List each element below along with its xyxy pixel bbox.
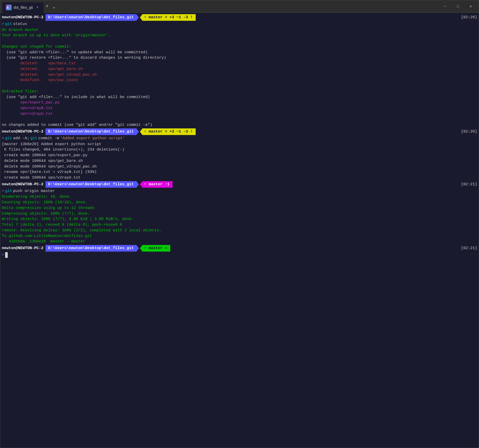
prompt-line-3: newton@NEWTON-PC-2 D:\Users\newton\Deskt…	[2, 181, 477, 188]
out-2-6: create mode 100644 vpn/v2rayU.txt	[2, 175, 477, 181]
out-3-0: Enumerating objects: 10, done.	[2, 194, 477, 200]
posh-icon: A	[6, 5, 12, 10]
cmd-arrow-1: >	[2, 21, 4, 27]
cmd-line-3: > git push origin master	[2, 188, 477, 194]
prompt-path-3: D:\Users\newton\Desktop\dot_files_git	[46, 181, 139, 188]
prompt-user-4: newton@NEWTON-PC-2	[2, 245, 43, 251]
close-button[interactable]: ✕	[465, 2, 477, 11]
cmd-line-2: > git add -A; git commit -m 'Added expor…	[2, 136, 477, 141]
out-2-4: delete mode 100644 vpn/get_v2rayU_pac.sh	[2, 164, 477, 170]
cmd-git-keyword-2b: git	[30, 136, 37, 141]
out-3-2: Delta compression using up to 12 threads	[2, 205, 477, 211]
out-1-15: vpn/v2rayU.txt	[2, 111, 477, 117]
out-1-1: Your branch is up to date with 'origin/m…	[2, 33, 477, 38]
cmd-arrow-4: >	[2, 252, 4, 258]
cmd-text-3: push origin master	[13, 188, 55, 194]
terminal-output[interactable]: newton@NEWTON-PC-2 D:\Users\newton\Deskt…	[0, 13, 479, 448]
out-3-6: remote: Resolving deltas: 100% (2/2), co…	[2, 228, 477, 233]
cmd-git-keyword-2: git	[5, 136, 12, 141]
prompt-git-2: ⚡ master ≡ +3 ~1 -3 !	[140, 128, 196, 135]
prompt-time-4: [02:21]	[461, 245, 477, 251]
window-controls: ─ □ ✕	[439, 2, 477, 11]
out-3-3: Compressing objects: 100% (7/7), done.	[2, 211, 477, 217]
titlebar: A dot_files_git × + ⌄ ─ □ ✕	[0, 0, 479, 13]
out-1-11: Untracked files:	[2, 89, 477, 94]
new-tab-button[interactable]: +	[44, 3, 51, 10]
out-1-4: (use "git add/rm <file>..." to update wh…	[2, 50, 477, 55]
out-1-3: Changes not staged for commit:	[2, 44, 477, 50]
prompt-path-1: D:\Users\newton\Desktop\dot_files_git	[46, 14, 139, 21]
cmd-line-4: >	[2, 252, 477, 258]
cmd-string-2: 'Added export python script'	[60, 136, 125, 141]
cmd-text-2a: add -A;	[13, 136, 29, 141]
out-3-1: Counting objects: 100% (10/10), done.	[2, 200, 477, 205]
cmd-arrow-3: >	[2, 188, 4, 194]
terminal-window: A dot_files_git × + ⌄ ─ □ ✕ newton@NEWTO…	[0, 0, 479, 448]
prompt-time-1: [02:20]	[461, 15, 477, 20]
svg-text:A: A	[7, 6, 9, 10]
cmd-text-1: status	[13, 21, 27, 27]
out-1-13: vpn/export_pac.py	[2, 100, 477, 106]
out-3-8: 41816da..13b6e20 master → master	[2, 239, 477, 244]
prompt-time-2: [02:20]	[461, 129, 477, 135]
tab-label: dot_files_git	[14, 5, 33, 10]
out-3-5: Total 7 (delta 2), reused 0 (delta 0), p…	[2, 222, 477, 228]
out-1-7: deleted: vpn/get_bare.sh	[2, 66, 477, 72]
out-1-16	[2, 117, 477, 122]
out-2-0: [master 13b6e20] Added export python scr…	[2, 142, 477, 147]
out-3-7: To github.com:LittleNewton/dotfiles.git	[2, 233, 477, 239]
out-1-10	[2, 83, 477, 89]
cmd-arrow-2: >	[2, 136, 4, 141]
tab-dot-files-git[interactable]: A dot_files_git ×	[2, 2, 44, 13]
cmd-git-keyword-1: git	[5, 21, 12, 27]
out-1-9: modified: vpn/pac.jsonc	[2, 77, 477, 83]
prompt-user-3: newton@NEWTON-PC-2	[2, 182, 43, 187]
prompt-git-3: ⚡ master ↑1	[140, 181, 173, 188]
prompt-time-3: [02:21]	[461, 182, 477, 187]
out-1-8: deleted: vpn/get_v2rayU_pac.sh	[2, 72, 477, 78]
tab-close-button[interactable]: ×	[35, 5, 40, 10]
prompt-path-2: D:\Users\newton\Desktop\dot_files_git	[46, 128, 139, 135]
cmd-text-2b: commit -m	[38, 136, 59, 141]
prompt-git-4: ⚡ master ≡	[140, 245, 170, 252]
out-2-5: rename vpn/{bare.txt ⇒ v2rayN.txt} (93%)	[2, 169, 477, 175]
prompt-line-2: newton@NEWTON-PC-2 D:\Users\newton\Deskt…	[2, 128, 477, 135]
tab-dropdown-button[interactable]: ⌄	[51, 3, 58, 10]
out-1-14: vpn/v2rayN.txt	[2, 106, 477, 111]
maximize-button[interactable]: □	[452, 2, 464, 11]
prompt-user-2: newton@NEWTON-PC-2	[2, 129, 43, 135]
terminal-cursor	[5, 252, 8, 258]
out-3-4: Writing objects: 100% (7/7), 3.00 KiB | …	[2, 216, 477, 222]
prompt-git-1: ⚡ master ≡ +3 ~1 -3 !	[140, 14, 196, 21]
out-1-6: deleted: vpn/bare.txt	[2, 61, 477, 66]
cmd-line-1: > git status	[2, 21, 477, 27]
out-1-5: (use "git restore <file>..." to discard …	[2, 55, 477, 61]
minimize-button[interactable]: ─	[439, 2, 451, 11]
out-2-3: delete mode 100644 vpn/get_bare.sh	[2, 158, 477, 164]
prompt-line-1: newton@NEWTON-PC-2 D:\Users\newton\Deskt…	[2, 14, 477, 21]
out-2-2: create mode 100644 vpn/export_pac.py	[2, 153, 477, 158]
out-1-2	[2, 38, 477, 44]
prompt-line-4: newton@NEWTON-PC-2 D:\Users\newton\Deskt…	[2, 245, 477, 252]
prompt-user-1: newton@NEWTON-PC-2	[2, 15, 43, 20]
out-1-17: no changes added to commit (use "git add…	[2, 122, 477, 128]
out-2-1: 6 files changed, 464 insertions(+), 234 …	[2, 147, 477, 153]
prompt-path-4: D:\Users\newton\Desktop\dot_files_git	[46, 245, 139, 252]
cmd-git-keyword-3: git	[5, 188, 12, 194]
out-1-0: On branch master	[2, 27, 477, 33]
out-1-12: (use "git add <file>..." to include in w…	[2, 94, 477, 100]
